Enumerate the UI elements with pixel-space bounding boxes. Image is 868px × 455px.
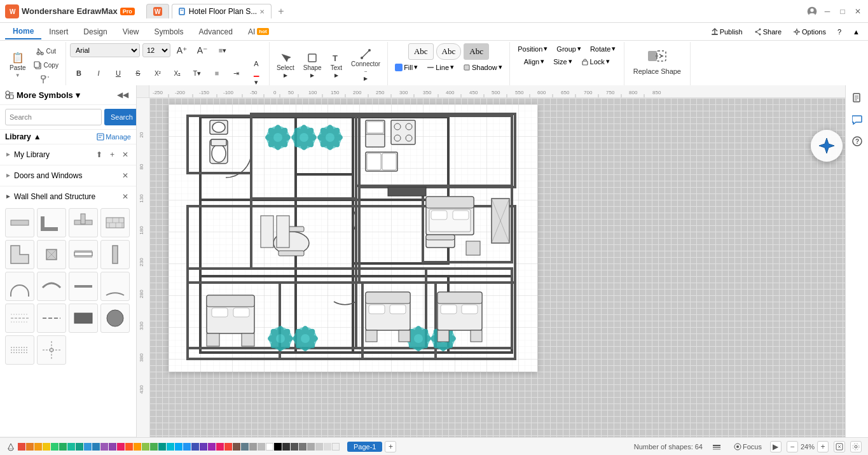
- color-swatch[interactable]: [274, 443, 282, 451]
- wall-thin-shape[interactable]: [69, 272, 98, 301]
- arch-shape[interactable]: [5, 272, 34, 301]
- color-swatch[interactable]: [258, 443, 265, 451]
- zoom-in-btn[interactable]: +: [817, 441, 829, 452]
- color-strip[interactable]: [18, 442, 340, 452]
- color-swatch[interactable]: [208, 443, 216, 451]
- color-swatch[interactable]: [183, 443, 191, 451]
- color-swatch[interactable]: [332, 443, 340, 451]
- color-swatch[interactable]: [224, 443, 232, 451]
- curved-wall-shape[interactable]: [37, 272, 66, 301]
- line-btn[interactable]: Line▾: [424, 62, 457, 73]
- pillar-rect-shape[interactable]: [37, 240, 66, 269]
- crosshair-shape[interactable]: [37, 335, 66, 365]
- manage-btn[interactable]: Manage: [97, 133, 131, 141]
- connector-tool-btn[interactable]: Connector ~ ▶: [348, 47, 383, 83]
- color-swatch[interactable]: [249, 443, 257, 451]
- color-swatch[interactable]: [175, 443, 183, 451]
- fill-rect-shape[interactable]: [69, 304, 98, 333]
- indent-btn[interactable]: ⇥: [228, 69, 245, 78]
- text-tool-btn[interactable]: T Text ▶: [327, 51, 345, 80]
- color-swatch[interactable]: [282, 443, 290, 451]
- tab-view[interactable]: View: [115, 25, 147, 39]
- canvas-inner[interactable]: [149, 98, 868, 437]
- color-swatch[interactable]: [299, 443, 307, 451]
- underline-btn[interactable]: U: [109, 69, 127, 78]
- list-btn[interactable]: ≡: [208, 69, 226, 78]
- options-btn[interactable]: Options: [790, 27, 829, 37]
- rotate-btn[interactable]: Rotate▾: [587, 43, 619, 54]
- grid-line-shape[interactable]: [5, 304, 34, 333]
- tab-symbols[interactable]: Symbols: [147, 25, 191, 39]
- copy-btn[interactable]: Copy: [31, 59, 62, 72]
- color-swatch[interactable]: [43, 443, 50, 451]
- tab-close-btn[interactable]: ✕: [259, 8, 265, 15]
- page-1-tab[interactable]: Page-1: [347, 442, 382, 452]
- search-input[interactable]: [5, 109, 102, 125]
- page-icon[interactable]: [848, 89, 866, 107]
- style3-btn[interactable]: Abc: [464, 43, 489, 60]
- color-swatch[interactable]: [200, 443, 207, 451]
- color-swatch[interactable]: [233, 443, 240, 451]
- color-swatch[interactable]: [18, 443, 25, 451]
- publish-btn[interactable]: Publish: [708, 27, 746, 37]
- cut-btn[interactable]: Cut: [31, 45, 62, 58]
- tab-home[interactable]: Home: [5, 24, 41, 39]
- font-size-select[interactable]: 12: [142, 43, 170, 57]
- tab-design[interactable]: Design: [76, 25, 114, 39]
- new-tab-btn[interactable]: +: [274, 6, 287, 17]
- group-btn[interactable]: Group▾: [553, 43, 584, 54]
- close-btn[interactable]: ✕: [853, 6, 863, 17]
- layers-btn[interactable]: [708, 438, 726, 456]
- color-swatch[interactable]: [51, 443, 59, 451]
- tab-insert[interactable]: Insert: [41, 25, 76, 39]
- pattern-line-shape[interactable]: [5, 335, 34, 365]
- corner-shape[interactable]: [37, 208, 66, 237]
- color-swatch[interactable]: [315, 443, 323, 451]
- lock-btn[interactable]: Lock▾: [578, 56, 613, 67]
- add-lib-btn[interactable]: +: [107, 149, 117, 160]
- color-swatch[interactable]: [100, 443, 108, 451]
- font-name-select[interactable]: Arial: [70, 43, 140, 57]
- search-button[interactable]: Search: [104, 109, 137, 125]
- replace-shape-btn[interactable]: Replace Shape: [628, 43, 686, 78]
- color-swatch[interactable]: [76, 443, 83, 451]
- color-swatch[interactable]: [266, 443, 273, 451]
- color-swatch[interactable]: [67, 443, 75, 451]
- close-walls-btn[interactable]: ✕: [120, 191, 131, 202]
- color-swatch[interactable]: [307, 443, 315, 451]
- share-btn[interactable]: Share: [751, 27, 785, 37]
- format-painter-btn[interactable]: [31, 73, 62, 86]
- paste-btn[interactable]: 📋 Paste ▼: [6, 51, 29, 80]
- color-swatch[interactable]: [142, 443, 149, 451]
- close-doors-btn[interactable]: ✕: [120, 170, 131, 181]
- brick-wall-shape[interactable]: [100, 208, 130, 237]
- sidebar-collapse-btn[interactable]: ◀◀: [114, 89, 131, 101]
- home-tab-icon[interactable]: W: [146, 4, 169, 18]
- color-swatch[interactable]: [216, 443, 224, 451]
- import-lib-btn[interactable]: ⬆: [93, 149, 105, 160]
- color-swatch[interactable]: [167, 443, 174, 451]
- dashed-line-shape[interactable]: [37, 304, 66, 333]
- text-style-btn[interactable]: T▾: [188, 69, 206, 78]
- collapse-ribbon-btn[interactable]: ▲: [850, 27, 863, 37]
- strikethrough-btn[interactable]: S: [129, 69, 147, 78]
- settings-status-btn[interactable]: [850, 441, 862, 452]
- add-page-btn[interactable]: +: [385, 441, 396, 452]
- color-swatch[interactable]: [109, 443, 116, 451]
- color-swatch[interactable]: [241, 443, 249, 451]
- italic-btn[interactable]: I: [90, 69, 107, 78]
- pillar-round-shape[interactable]: [100, 240, 130, 269]
- subscript-btn[interactable]: X₂: [169, 69, 186, 78]
- color-swatch[interactable]: [291, 443, 298, 451]
- color-swatch[interactable]: [59, 443, 67, 451]
- navigate-overlay-btn[interactable]: [811, 130, 843, 162]
- align-arrange-btn[interactable]: Align▾: [521, 56, 548, 67]
- close-lib-btn[interactable]: ✕: [120, 149, 131, 160]
- increase-font-btn[interactable]: A⁺: [173, 45, 191, 56]
- comment-right-btn[interactable]: [848, 111, 866, 129]
- tab-ai[interactable]: AI hot: [240, 25, 277, 39]
- color-swatch[interactable]: [117, 443, 125, 451]
- decrease-font-btn[interactable]: A⁻: [193, 45, 211, 56]
- color-swatch[interactable]: [134, 443, 141, 451]
- minimize-btn[interactable]: ─: [822, 6, 832, 17]
